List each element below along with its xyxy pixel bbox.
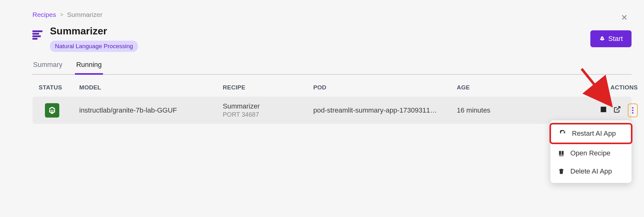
- book-icon: [558, 150, 565, 157]
- tabs: Summary Running: [32, 58, 632, 75]
- tab-summary[interactable]: Summary: [32, 58, 64, 74]
- menu-open-label: Open Recipe: [570, 149, 610, 157]
- col-status: STATUS: [39, 84, 79, 91]
- svg-rect-3: [32, 38, 37, 39]
- col-age: AGE: [457, 84, 582, 91]
- status-running-icon: [45, 103, 59, 118]
- table-row: instructlab/granite-7b-lab-GGUF Summariz…: [32, 97, 632, 124]
- table-header: STATUS MODEL RECIPE POD AGE ACTIONS: [32, 82, 632, 93]
- breadcrumb-current: Summarizer: [67, 11, 102, 18]
- actions-dropdown: Restart AI App Open Recipe Delete AI App: [550, 120, 632, 183]
- svg-rect-2: [32, 35, 41, 37]
- start-button-label: Start: [608, 35, 623, 43]
- menu-delete[interactable]: Delete AI App: [550, 162, 632, 180]
- recipe-icon: [32, 30, 42, 41]
- rocket-icon: [599, 36, 605, 42]
- col-model: MODEL: [79, 84, 223, 91]
- svg-rect-0: [32, 30, 42, 32]
- tab-running[interactable]: Running: [75, 58, 103, 75]
- svg-rect-1: [32, 33, 39, 34]
- trash-icon: [558, 168, 565, 175]
- start-button[interactable]: Start: [590, 30, 632, 47]
- col-pod: POD: [313, 84, 457, 91]
- menu-delete-label: Delete AI App: [570, 167, 612, 175]
- cell-model: instructlab/granite-7b-lab-GGUF: [79, 106, 223, 114]
- svg-point-6: [632, 109, 634, 111]
- svg-point-7: [632, 112, 634, 114]
- svg-line-8: [582, 69, 608, 102]
- category-tag: Natural Language Processing: [50, 41, 138, 52]
- page-title: Summarizer: [50, 25, 583, 37]
- chevron-right-icon: >: [60, 11, 63, 18]
- cell-recipe-port: PORT 34687: [223, 111, 313, 118]
- menu-restart-label: Restart AI App: [572, 129, 616, 138]
- col-recipe: RECIPE: [223, 84, 313, 91]
- restart-icon: [559, 130, 566, 137]
- kebab-menu-button[interactable]: [628, 103, 638, 117]
- breadcrumb: Recipes > Summarizer: [32, 11, 632, 18]
- cell-recipe-name: Summarizer: [223, 102, 313, 110]
- cell-pod: pod-streamlit-summary-app-17309311…: [313, 106, 457, 114]
- cell-age: 16 minutes: [457, 106, 582, 114]
- svg-point-5: [632, 107, 634, 108]
- close-icon[interactable]: ✕: [621, 13, 628, 23]
- menu-restart[interactable]: Restart AI App: [549, 123, 632, 144]
- menu-open-recipe[interactable]: Open Recipe: [550, 144, 632, 162]
- breadcrumb-parent[interactable]: Recipes: [32, 11, 56, 18]
- annotation-arrow: [578, 66, 616, 109]
